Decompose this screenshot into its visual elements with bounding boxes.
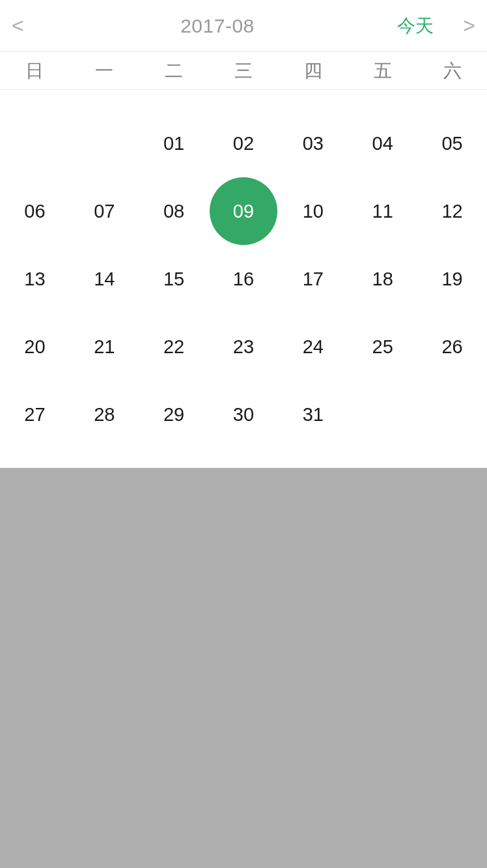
day-number: 30 bbox=[210, 381, 277, 448]
day-cell[interactable]: 06 bbox=[0, 177, 70, 245]
day-cell[interactable]: 10 bbox=[278, 177, 348, 245]
day-number: 23 bbox=[210, 313, 277, 381]
day-cell[interactable]: 22 bbox=[139, 313, 209, 381]
day-cell[interactable]: 02 bbox=[209, 109, 279, 177]
day-number: 28 bbox=[70, 381, 138, 448]
day-cell[interactable]: 08 bbox=[139, 177, 209, 245]
weekday-fri: 五 bbox=[348, 52, 417, 89]
calendar-header: < 2017-08 今天 > bbox=[0, 0, 487, 52]
day-number: 14 bbox=[70, 245, 138, 313]
day-number: 05 bbox=[419, 109, 486, 177]
day-cell[interactable]: 09 bbox=[209, 177, 279, 245]
day-cell[interactable]: 14 bbox=[70, 245, 139, 313]
day-number: 01 bbox=[140, 109, 208, 177]
title-wrap: 2017-08 bbox=[38, 15, 397, 37]
day-cell[interactable]: 03 bbox=[278, 109, 348, 177]
day-cell[interactable]: 19 bbox=[417, 245, 487, 313]
day-cell[interactable]: 18 bbox=[348, 245, 417, 313]
day-cell[interactable]: 24 bbox=[278, 313, 348, 381]
day-number: 02 bbox=[210, 109, 277, 177]
day-number: 12 bbox=[419, 177, 486, 245]
day-cell[interactable]: 04 bbox=[348, 109, 417, 177]
month-title: 2017-08 bbox=[180, 15, 255, 37]
days-grid: 0102030405060708091011121314151617181920… bbox=[0, 90, 487, 468]
day-cell[interactable]: 11 bbox=[348, 177, 417, 245]
day-number: 10 bbox=[279, 177, 347, 245]
prev-month-button[interactable]: < bbox=[12, 14, 38, 38]
day-number: 16 bbox=[210, 245, 277, 313]
day-cell[interactable]: 27 bbox=[0, 381, 70, 448]
weekday-wed: 三 bbox=[209, 52, 279, 89]
day-cell[interactable]: 25 bbox=[348, 313, 417, 381]
day-cell[interactable]: 07 bbox=[70, 177, 139, 245]
today-button[interactable]: 今天 bbox=[397, 14, 434, 38]
calendar: < 2017-08 今天 > 日 一 二 三 四 五 六 01020304050… bbox=[0, 0, 487, 468]
day-cell[interactable]: 31 bbox=[278, 381, 348, 448]
day-number: 19 bbox=[419, 245, 486, 313]
day-number: 09 bbox=[210, 177, 277, 245]
day-cell[interactable]: 13 bbox=[0, 245, 70, 313]
day-number: 21 bbox=[70, 313, 138, 381]
day-number: 04 bbox=[349, 109, 417, 177]
weekday-mon: 一 bbox=[70, 52, 139, 89]
weekday-thu: 四 bbox=[278, 52, 348, 89]
day-cell[interactable]: 26 bbox=[417, 313, 487, 381]
day-cell[interactable]: 29 bbox=[139, 381, 209, 448]
day-cell[interactable]: 30 bbox=[209, 381, 279, 448]
day-cell[interactable]: 01 bbox=[139, 109, 209, 177]
day-number: 11 bbox=[349, 177, 417, 245]
day-cell[interactable]: 21 bbox=[70, 313, 139, 381]
day-cell[interactable]: 28 bbox=[70, 381, 139, 448]
day-cell-empty bbox=[0, 109, 70, 177]
day-cell[interactable]: 05 bbox=[417, 109, 487, 177]
day-number: 31 bbox=[279, 381, 347, 448]
day-number: 29 bbox=[140, 381, 208, 448]
day-cell-empty bbox=[70, 109, 139, 177]
weekday-row: 日 一 二 三 四 五 六 bbox=[0, 52, 487, 90]
day-number: 25 bbox=[349, 313, 417, 381]
day-number: 22 bbox=[140, 313, 208, 381]
day-number: 26 bbox=[419, 313, 486, 381]
next-month-button[interactable]: > bbox=[449, 14, 475, 38]
day-number: 24 bbox=[279, 313, 347, 381]
weekday-sun: 日 bbox=[0, 52, 70, 89]
day-cell[interactable]: 15 bbox=[139, 245, 209, 313]
day-number: 18 bbox=[349, 245, 417, 313]
day-number: 15 bbox=[140, 245, 208, 313]
day-number: 08 bbox=[140, 177, 208, 245]
day-number: 20 bbox=[1, 313, 68, 381]
day-number: 06 bbox=[1, 177, 68, 245]
day-cell[interactable]: 17 bbox=[278, 245, 348, 313]
day-number: 07 bbox=[70, 177, 138, 245]
day-number: 17 bbox=[279, 245, 347, 313]
day-number: 27 bbox=[1, 381, 68, 448]
weekday-tue: 二 bbox=[139, 52, 209, 89]
day-cell[interactable]: 23 bbox=[209, 313, 279, 381]
day-cell[interactable]: 12 bbox=[417, 177, 487, 245]
weekday-sat: 六 bbox=[417, 52, 487, 89]
day-cell[interactable]: 20 bbox=[0, 313, 70, 381]
day-cell[interactable]: 16 bbox=[209, 245, 279, 313]
day-number: 13 bbox=[1, 245, 68, 313]
day-number: 03 bbox=[279, 109, 347, 177]
